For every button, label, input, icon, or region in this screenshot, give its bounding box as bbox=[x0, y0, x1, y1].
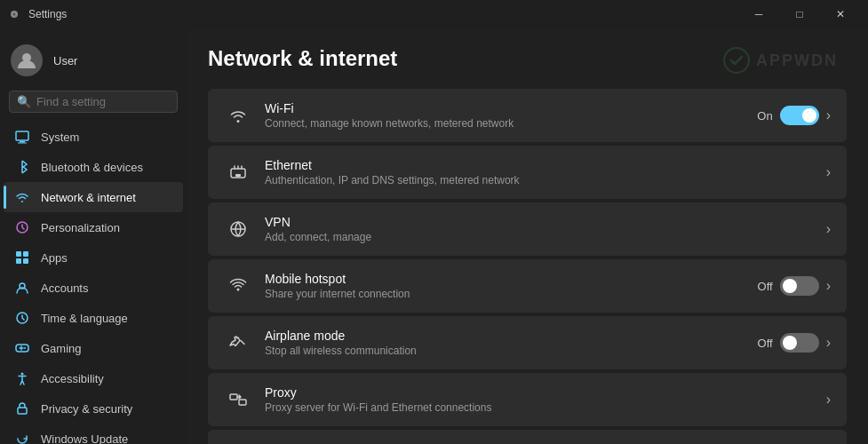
airplane-chevron: › bbox=[826, 335, 831, 351]
vpn-text: VPN Add, connect, manage bbox=[265, 215, 826, 243]
sidebar-item-privacy[interactable]: Privacy & security bbox=[4, 393, 183, 424]
wifi-text: Wi-Fi Connect, manage known networks, me… bbox=[265, 101, 757, 130]
sidebar-item-label-system: System bbox=[41, 131, 79, 144]
sidebar-item-label-gaming: Gaming bbox=[41, 342, 82, 355]
proxy-name: Proxy bbox=[265, 385, 826, 400]
setting-row-hotspot[interactable]: Mobile hotspot Share your internet conne… bbox=[208, 259, 847, 313]
titlebar-left: Settings bbox=[7, 7, 67, 21]
sidebar-item-update[interactable]: Windows Update bbox=[4, 424, 183, 444]
content-area: APPWDN Network & internet Wi-Fi Connect,… bbox=[187, 28, 868, 444]
sidebar-item-accessibility[interactable]: Accessibility bbox=[4, 363, 183, 393]
sidebar-item-label-time: Time & language bbox=[41, 312, 128, 325]
maximize-button[interactable]: □ bbox=[779, 0, 820, 28]
sidebar-item-network[interactable]: Network & internet bbox=[4, 182, 183, 212]
bluetooth-icon bbox=[14, 159, 30, 175]
content-wrapper: APPWDN Network & internet Wi-Fi Connect,… bbox=[208, 46, 847, 444]
svg-rect-18 bbox=[235, 174, 241, 177]
close-button[interactable]: ✕ bbox=[820, 0, 861, 28]
sidebar-item-label-privacy: Privacy & security bbox=[41, 402, 132, 416]
ethernet-control: › bbox=[826, 164, 831, 180]
sidebar-item-system[interactable]: System bbox=[4, 122, 183, 152]
airplane-icon bbox=[224, 329, 252, 357]
privacy-icon bbox=[14, 400, 30, 416]
setting-row-proxy[interactable]: Proxy Proxy server for Wi-Fi and Etherne… bbox=[208, 373, 847, 426]
airplane-control: Off › bbox=[758, 333, 831, 353]
setting-row-wifi[interactable]: Wi-Fi Connect, manage known networks, me… bbox=[208, 89, 847, 142]
sidebar: User 🔍 System Bluetooth & devices Networ… bbox=[0, 28, 187, 444]
setting-row-dialup[interactable]: Dial-up Set up a dial-up internet connec… bbox=[208, 430, 847, 444]
gaming-icon bbox=[14, 340, 30, 356]
airplane-toggle-label: Off bbox=[758, 337, 773, 350]
svg-rect-7 bbox=[23, 251, 28, 257]
proxy-text: Proxy Proxy server for Wi-Fi and Etherne… bbox=[265, 385, 826, 414]
update-icon bbox=[14, 431, 30, 444]
hotspot-icon bbox=[224, 272, 252, 300]
ethernet-icon bbox=[224, 158, 252, 186]
vpn-control: › bbox=[826, 221, 831, 237]
ethernet-chevron: › bbox=[826, 164, 831, 180]
wifi-name: Wi-Fi bbox=[265, 101, 757, 115]
svg-rect-9 bbox=[23, 258, 28, 264]
vpn-chevron: › bbox=[826, 221, 831, 237]
setting-row-airplane[interactable]: Airplane mode Stop all wireless communic… bbox=[208, 316, 847, 369]
hotspot-text: Mobile hotspot Share your internet conne… bbox=[265, 272, 758, 300]
svg-rect-8 bbox=[16, 258, 21, 264]
svg-rect-4 bbox=[18, 143, 27, 144]
proxy-desc: Proxy server for Wi-Fi and Ethernet conn… bbox=[265, 401, 826, 414]
airplane-desc: Stop all wireless communication bbox=[265, 345, 758, 357]
proxy-control: › bbox=[826, 392, 831, 408]
time-icon bbox=[14, 310, 30, 326]
user-profile[interactable]: User bbox=[0, 37, 187, 91]
airplane-toggle[interactable] bbox=[780, 333, 819, 353]
accounts-icon bbox=[14, 280, 30, 296]
hotspot-toggle[interactable] bbox=[780, 276, 819, 296]
search-box[interactable]: 🔍 bbox=[9, 91, 178, 113]
vpn-desc: Add, connect, manage bbox=[265, 231, 826, 243]
network-icon bbox=[14, 189, 30, 205]
svg-rect-2 bbox=[16, 131, 28, 140]
sidebar-item-label-personalization: Personalization bbox=[41, 221, 120, 234]
hotspot-toggle-label: Off bbox=[758, 280, 773, 293]
sidebar-item-personalization[interactable]: Personalization bbox=[4, 212, 183, 242]
wifi-desc: Connect, manage known networks, metered … bbox=[265, 117, 757, 130]
airplane-name: Airplane mode bbox=[265, 329, 758, 343]
proxy-icon bbox=[224, 385, 252, 414]
sidebar-item-label-network: Network & internet bbox=[41, 191, 136, 204]
sidebar-item-label-apps: Apps bbox=[41, 251, 68, 265]
sidebar-item-gaming[interactable]: Gaming bbox=[4, 333, 183, 363]
sidebar-item-accounts[interactable]: Accounts bbox=[4, 273, 183, 303]
sidebar-item-label-bluetooth: Bluetooth & devices bbox=[41, 161, 143, 174]
svg-point-14 bbox=[21, 373, 24, 376]
personalization-icon bbox=[14, 219, 30, 235]
ethernet-text: Ethernet Authentication, IP and DNS sett… bbox=[265, 158, 826, 186]
sidebar-item-label-accounts: Accounts bbox=[41, 281, 88, 295]
main-layout: User 🔍 System Bluetooth & devices Networ… bbox=[0, 28, 868, 444]
sidebar-item-bluetooth[interactable]: Bluetooth & devices bbox=[4, 152, 183, 182]
page-title: Network & internet bbox=[208, 46, 847, 71]
airplane-text: Airplane mode Stop all wireless communic… bbox=[265, 329, 758, 357]
titlebar-title: Settings bbox=[28, 8, 67, 20]
minimize-button[interactable]: ─ bbox=[738, 0, 779, 28]
wifi-toggle-knob bbox=[802, 108, 816, 123]
sidebar-item-label-update: Windows Update bbox=[41, 432, 128, 445]
accessibility-icon bbox=[14, 370, 30, 386]
hotspot-chevron: › bbox=[826, 278, 831, 294]
hotspot-name: Mobile hotspot bbox=[265, 272, 758, 286]
wifi-toggle[interactable] bbox=[780, 106, 819, 125]
titlebar: Settings ─ □ ✕ bbox=[0, 0, 868, 28]
titlebar-controls: ─ □ ✕ bbox=[738, 0, 861, 28]
svg-rect-21 bbox=[230, 394, 237, 400]
proxy-chevron: › bbox=[826, 392, 831, 408]
ethernet-name: Ethernet bbox=[265, 158, 826, 172]
ethernet-desc: Authentication, IP and DNS settings, met… bbox=[265, 174, 826, 186]
settings-list: Wi-Fi Connect, manage known networks, me… bbox=[208, 89, 847, 444]
svg-rect-22 bbox=[239, 400, 246, 405]
wifi-control: On › bbox=[757, 106, 831, 125]
setting-row-vpn[interactable]: VPN Add, connect, manage › bbox=[208, 202, 847, 256]
sidebar-item-time[interactable]: Time & language bbox=[4, 303, 183, 333]
search-input[interactable] bbox=[36, 95, 186, 108]
settings-icon bbox=[7, 7, 21, 21]
setting-row-ethernet[interactable]: Ethernet Authentication, IP and DNS sett… bbox=[208, 146, 847, 199]
airplane-toggle-knob bbox=[783, 336, 797, 350]
sidebar-item-apps[interactable]: Apps bbox=[4, 242, 183, 273]
